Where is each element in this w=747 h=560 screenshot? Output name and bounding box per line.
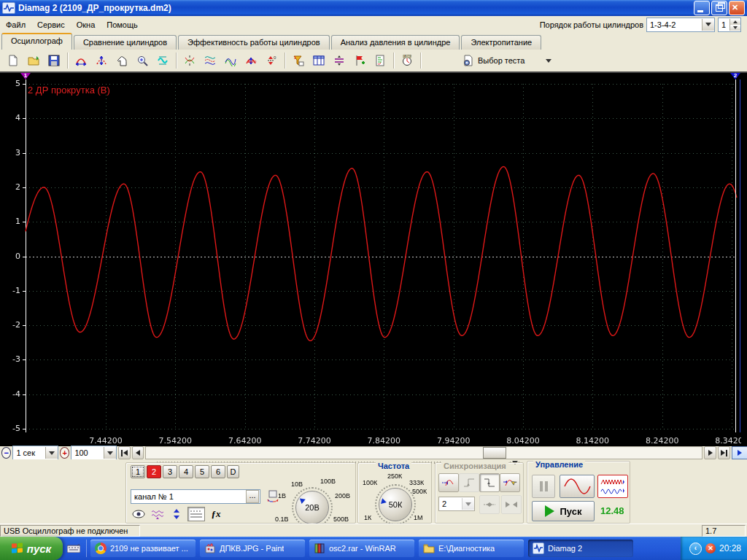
save-button[interactable] <box>44 50 64 71</box>
eye-icon <box>132 510 145 518</box>
zero-level-button[interactable]: 0 <box>261 50 282 71</box>
sync-source-icon <box>441 477 456 489</box>
divide-scale-button[interactable] <box>329 50 349 71</box>
cylinder-number-spinner[interactable]: 1 <box>718 18 741 32</box>
filter-button[interactable]: 1 <box>288 50 309 71</box>
start-menu-button[interactable]: пуск <box>0 537 63 560</box>
autoscale-channel-button[interactable] <box>169 508 185 521</box>
zoom-out-time-icon[interactable]: − <box>1 447 11 459</box>
sync-falling-edge-button[interactable] <box>479 473 500 492</box>
multi-wave-mode-button[interactable] <box>597 475 628 498</box>
channel-button-5[interactable]: 5 <box>195 465 209 478</box>
tab-cylinder-comparison[interactable]: Сравнение цилиндров <box>74 35 177 50</box>
task-browser[interactable]: 2109 не развивает ... <box>90 540 196 557</box>
channel-button-3[interactable]: 3 <box>163 465 177 478</box>
report-button[interactable] <box>370 50 390 71</box>
chevron-down-icon[interactable] <box>45 447 58 459</box>
signal-generator-button[interactable] <box>152 50 173 71</box>
spin-down-icon[interactable] <box>730 25 740 31</box>
scroll-right-button[interactable] <box>704 446 716 459</box>
voltage-label-100: 100В <box>320 478 336 485</box>
task-explorer-folder[interactable]: E:\Диагностика <box>419 540 524 557</box>
cross-signals-button[interactable] <box>179 50 200 71</box>
scroll-home-button[interactable] <box>118 446 131 459</box>
sync-cursor-button[interactable] <box>500 473 520 492</box>
menu-service[interactable]: Сервис <box>31 18 71 31</box>
task-paint[interactable]: ДПКВ.JPG - Paint <box>200 540 305 557</box>
oscilloscope-canvas[interactable] <box>0 73 741 446</box>
minimize-button[interactable] <box>694 1 710 15</box>
menu-windows[interactable]: Окна <box>71 18 101 31</box>
channel-button-2[interactable]: 2 <box>147 465 161 478</box>
auto-scale-button[interactable]: AUTO <box>241 50 261 71</box>
pause-button[interactable] <box>532 475 555 498</box>
horizontal-scrollbar[interactable] <box>145 446 703 459</box>
voltage-knob[interactable]: 20В <box>295 491 329 524</box>
sync-collapse-button[interactable] <box>501 495 522 514</box>
test-select-button[interactable]: Выбор теста <box>456 50 558 71</box>
grid-lines-button[interactable] <box>187 507 205 521</box>
start-play-icon <box>545 505 554 517</box>
tab-cylinder-efficiency[interactable]: Эффективность работы цилиндров <box>178 35 330 50</box>
tab-oscilloscope[interactable]: Осциллограф <box>1 33 72 50</box>
new-file-button[interactable] <box>3 50 23 71</box>
sync-level-select[interactable]: 2 <box>438 497 475 511</box>
scrollbar-thumb[interactable] <box>483 447 506 459</box>
task-diamag[interactable]: Diamag 2 <box>528 540 633 557</box>
table-button[interactable] <box>309 50 329 71</box>
menu-file[interactable]: Файл <box>0 18 31 31</box>
play-button-small[interactable] <box>732 446 747 459</box>
pan-hand-button[interactable] <box>112 50 132 71</box>
single-wave-mode-button[interactable] <box>560 475 595 498</box>
menu-help[interactable]: Помощь <box>101 18 144 31</box>
channel-name-input[interactable]: канал № 1 ... <box>131 489 260 504</box>
sync-expand-button[interactable] <box>479 495 500 514</box>
chevron-down-icon[interactable] <box>104 447 116 459</box>
restore-button[interactable] <box>711 1 727 15</box>
auto-scale-icon: AUTO <box>245 55 257 66</box>
firing-order-select[interactable]: 1-3-4-2 <box>646 18 715 32</box>
horizontal-scale-button[interactable] <box>71 50 91 71</box>
freq-label-333k: 333К <box>409 479 424 486</box>
firing-order-label: Порядок работы цилиндров <box>540 20 643 29</box>
add-marker-button[interactable] <box>349 50 370 71</box>
open-file-button[interactable] <box>23 50 44 71</box>
spin-up-icon[interactable] <box>730 19 740 25</box>
voltage-label-200: 200В <box>335 492 350 499</box>
play-icon <box>738 450 742 456</box>
all-signals-button[interactable] <box>200 50 220 71</box>
overlay-signals-button[interactable] <box>220 50 241 71</box>
formula-button[interactable]: ƒx <box>208 508 224 521</box>
tray-usb-status-icon[interactable]: ✕ <box>705 543 716 553</box>
hand-icon <box>116 55 128 66</box>
channel-trace-label: 2 ДР прокрутка (В) <box>28 85 110 96</box>
channel-button-4[interactable]: 4 <box>179 465 193 478</box>
frequency-knob[interactable]: 50К <box>379 488 412 521</box>
signal-filter-button[interactable] <box>150 508 166 521</box>
time-scale-select[interactable]: 1 сек <box>12 446 58 460</box>
filter-icon: 1 <box>293 55 304 66</box>
quick-launch-keyboard-icon[interactable] <box>66 540 82 556</box>
tab-power-supply[interactable]: Электропитание <box>461 35 541 50</box>
chevron-down-icon[interactable] <box>702 19 714 31</box>
channel-button-d[interactable]: D <box>227 465 239 478</box>
scroll-left-button[interactable] <box>132 446 144 459</box>
visibility-button[interactable] <box>131 508 147 521</box>
sync-source-button[interactable] <box>438 473 459 492</box>
task-winrar[interactable]: osc2.rar - WinRAR <box>309 540 414 557</box>
channel-button-1[interactable]: 1 <box>131 465 145 478</box>
vertical-scale-button[interactable] <box>91 50 112 71</box>
chevron-down-icon[interactable] <box>462 498 474 510</box>
channel-button-6[interactable]: 6 <box>211 465 225 478</box>
zoom-button[interactable] <box>132 50 152 71</box>
auto-measure-button[interactable]: AUTO <box>397 50 417 71</box>
tray-chevron-icon[interactable]: ‹ <box>689 542 702 555</box>
zoom-in-voltage-icon[interactable]: + <box>60 447 69 459</box>
tab-pressure-analysis[interactable]: Анализ давления в цилиндре <box>331 35 460 50</box>
scroll-end-button[interactable] <box>718 446 730 459</box>
channel-more-button[interactable]: ... <box>246 490 259 503</box>
close-button[interactable]: ✕ <box>729 1 745 15</box>
sync-rising-edge-button[interactable] <box>459 473 479 492</box>
start-button[interactable]: Пуск <box>532 501 595 521</box>
voltage-scale-select[interactable]: 100 <box>71 446 117 460</box>
